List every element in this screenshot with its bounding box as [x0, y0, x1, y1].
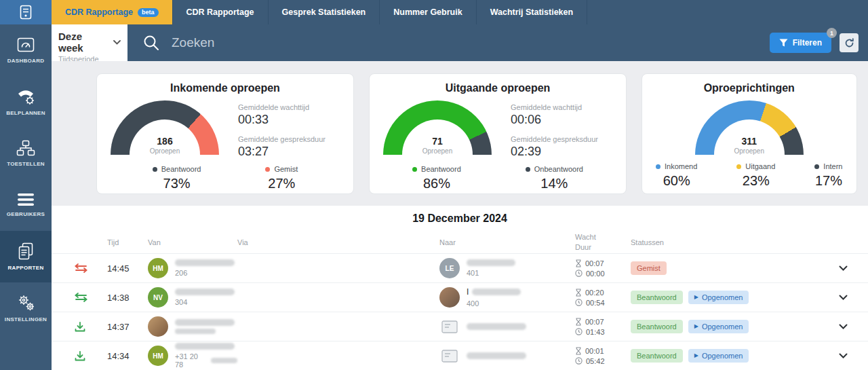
outgoing-calls-gauge: 71 Oproepen: [383, 100, 492, 156]
search-input[interactable]: [170, 35, 523, 51]
filter-button[interactable]: Filteren 1: [770, 33, 831, 53]
sidebar: DASHBOARD BELPLANNEN TOES: [0, 0, 52, 370]
table-row[interactable]: 14:45 HM 206 LE 401: [52, 253, 868, 282]
main-area: CDR Rapportage beta CDR Rapportage Gespr…: [52, 0, 868, 370]
sidebar-item-label: DASHBOARD: [7, 58, 45, 64]
table-row[interactable]: 14:38 NV 304 I 400: [52, 282, 868, 312]
chevron-down-icon[interactable]: [839, 324, 848, 329]
sidebar-item-dashboard[interactable]: DASHBOARD: [0, 24, 52, 76]
recording-badge[interactable]: ▶Opgenomen: [688, 291, 749, 304]
gauge-total: 186: [111, 136, 219, 147]
sidebar-item-label: RAPPORTEN: [8, 265, 44, 271]
tab-label: Wachtrij Statistieken: [490, 7, 574, 17]
period-select[interactable]: Deze week Tijdsperiode: [52, 24, 127, 61]
legend-label: Gemist: [274, 165, 298, 173]
avatar-photo: [148, 316, 168, 337]
avatar: LE: [439, 258, 460, 278]
table-row[interactable]: 14:37: [52, 312, 868, 341]
legend-percent: 27%: [265, 176, 298, 191]
toolbar: Deze week Tijdsperiode Filteren 1: [52, 24, 868, 61]
device-card-icon: [439, 316, 460, 337]
table-row[interactable]: 14:34 HM +31 20 78: [52, 341, 868, 370]
incoming-call-icon: [75, 351, 107, 361]
clock-icon: [575, 270, 583, 277]
name-prefix: I: [467, 287, 469, 297]
wait-time: 00:01: [585, 347, 604, 355]
call-to: I 400: [439, 287, 575, 308]
sidebar-item-toestellen[interactable]: TOESTELLEN: [0, 128, 52, 179]
call-log-section: 19 December 2024 Tijd Van Via Naar Wacht…: [52, 206, 868, 370]
sidebar-item-gebruikers[interactable]: GEBRUIKERS: [0, 179, 52, 231]
extension-number: 304: [175, 298, 235, 306]
legend-percent: 60%: [656, 173, 697, 189]
stat-label: Gemiddelde wachttijd: [511, 103, 612, 111]
date-header: 19 December 2024: [52, 212, 868, 225]
call-duration: 00:00: [586, 270, 605, 278]
redacted-number: [211, 358, 237, 363]
legend-dot: [153, 167, 157, 172]
redacted-name: [175, 259, 235, 266]
call-time: 14:45: [107, 263, 148, 274]
legend-dot: [736, 164, 741, 169]
legend-item: Beantwoord 73%: [153, 165, 201, 191]
recording-badge[interactable]: ▶Opgenomen: [688, 320, 749, 333]
sidebar-item-belplannen[interactable]: BELPLANNEN: [0, 76, 52, 128]
status-cell: Gemist: [631, 261, 827, 275]
app-logo[interactable]: [0, 0, 52, 24]
tab-label: Gesprek Statistieken: [282, 7, 366, 17]
legend-item: Gemist 27%: [265, 165, 298, 191]
chevron-down-icon[interactable]: [839, 295, 848, 300]
internal-call-answered-icon: [75, 293, 107, 302]
hourglass-icon: [575, 347, 582, 355]
avatar: NV: [148, 287, 168, 308]
phone-gear-icon: [16, 88, 35, 105]
status-cell: Beantwoord ▶Opgenomen: [631, 349, 827, 363]
tab-gesprek-statistieken[interactable]: Gesprek Statistieken: [269, 0, 380, 24]
sidebar-item-instellingen[interactable]: INSTELLINGEN: [0, 282, 52, 334]
avatar: HM: [148, 346, 168, 366]
search-bar: [127, 34, 770, 52]
card-title: Inkomende oproepen: [111, 82, 340, 94]
refresh-button[interactable]: [840, 33, 859, 52]
sidebar-item-rapporten[interactable]: RAPPORTEN: [0, 231, 52, 282]
funnel-icon: [779, 39, 788, 47]
recording-badge[interactable]: ▶Opgenomen: [688, 349, 749, 363]
reports-icon: [17, 242, 35, 260]
status-badge-beantwoord: Beantwoord: [631, 320, 683, 333]
outgoing-calls-card: Uitgaande oproepen 71 Oproepen Gemiddeld…: [369, 73, 627, 194]
status-badge-gemist: Gemist: [631, 261, 667, 275]
tab-cdr-rapportage[interactable]: CDR Rapportage: [173, 0, 269, 24]
chevron-down-icon[interactable]: [839, 353, 848, 358]
status-badge-beantwoord: Beantwoord: [631, 349, 683, 363]
call-from: NV 304: [148, 287, 237, 308]
legend-item: Intern 17%: [814, 162, 842, 189]
content: Inkomende oproepen 186 Oproepen Gemiddel…: [52, 61, 868, 370]
gauge-stats: Gemiddelde wachttijd 00:06 Gemiddelde ge…: [511, 100, 612, 159]
extension-number: 401: [467, 269, 515, 277]
call-from: HM +31 20 78: [148, 343, 237, 369]
call-directions-card: Oproeprichtingen 311 Oproepen Inkomen: [642, 73, 857, 194]
redacted-name: [175, 343, 235, 350]
chevron-down-icon[interactable]: [839, 265, 848, 271]
incoming-call-icon: [75, 322, 107, 332]
column-header-van: Van: [148, 238, 237, 248]
column-header-via: Via: [237, 238, 439, 248]
filter-count-badge: 1: [827, 28, 837, 38]
tab-wachtrij-statistieken[interactable]: Wachtrij Statistieken: [477, 0, 588, 24]
redacted-name: [467, 352, 526, 359]
gears-icon: [16, 294, 35, 312]
stat-value: 00:33: [238, 113, 340, 127]
stat-value: 00:06: [511, 113, 612, 127]
stat-label: Gemiddelde gespreksduur: [511, 135, 612, 143]
avatar-photo: [439, 287, 460, 308]
clock-icon: [575, 299, 583, 306]
hourglass-icon: [575, 318, 582, 326]
legend-label: Uitgaand: [745, 162, 775, 170]
sidebar-item-label: TOESTELLEN: [7, 161, 45, 167]
legend-dot: [656, 164, 660, 169]
tab-cdr-rapportage-beta[interactable]: CDR Rapportage beta: [52, 0, 173, 24]
dashboard-icon: [16, 37, 35, 53]
redacted-number: [175, 329, 216, 334]
tab-nummer-gebruik[interactable]: Nummer Gebruik: [380, 0, 476, 24]
card-title: Uitgaande oproepen: [383, 82, 612, 94]
